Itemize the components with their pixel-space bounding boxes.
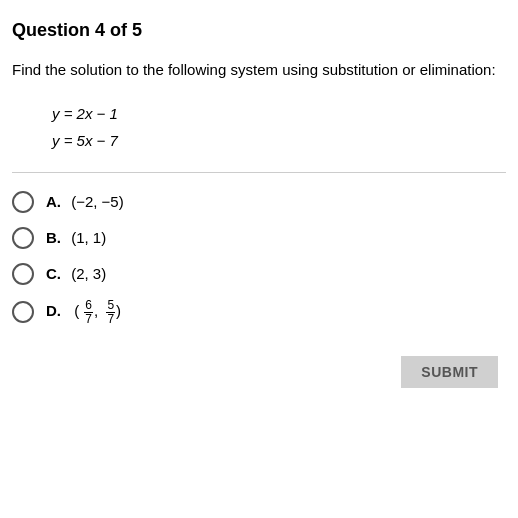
option-a[interactable]: A. (−2, −5) (12, 191, 506, 213)
equation-1: y = 2x − 1 (52, 100, 506, 127)
question-counter: Question 4 of 5 (12, 20, 142, 40)
radio-d[interactable] (12, 301, 34, 323)
eq2-y: y = 5x − 7 (52, 132, 118, 149)
option-a-label: A. (−2, −5) (46, 193, 124, 210)
question-instruction: Find the solution to the following syste… (12, 59, 506, 82)
fraction-57: 5 7 (106, 299, 115, 326)
equations-block: y = 2x − 1 y = 5x − 7 (52, 100, 506, 154)
radio-b[interactable] (12, 227, 34, 249)
options-list: A. (−2, −5) B. (1, 1) C. (2, 3) D. ( (12, 191, 506, 326)
option-c-label: C. (2, 3) (46, 265, 106, 282)
page-container: Question 4 of 5 Find the solution to the… (0, 0, 518, 408)
option-b-label: B. (1, 1) (46, 229, 106, 246)
radio-a[interactable] (12, 191, 34, 213)
radio-c[interactable] (12, 263, 34, 285)
fraction-67: 6 7 (84, 299, 93, 326)
equation-2: y = 5x − 7 (52, 127, 506, 154)
option-d-label: D. ( 6 7 , 5 7 ) (46, 299, 121, 326)
divider (12, 172, 506, 173)
question-header: Question 4 of 5 (12, 20, 506, 41)
option-d[interactable]: D. ( 6 7 , 5 7 ) (12, 299, 506, 326)
option-c[interactable]: C. (2, 3) (12, 263, 506, 285)
option-b[interactable]: B. (1, 1) (12, 227, 506, 249)
eq1-y: y = 2x − 1 (52, 105, 118, 122)
submit-row: SUBMIT (12, 356, 506, 388)
submit-button[interactable]: SUBMIT (401, 356, 498, 388)
